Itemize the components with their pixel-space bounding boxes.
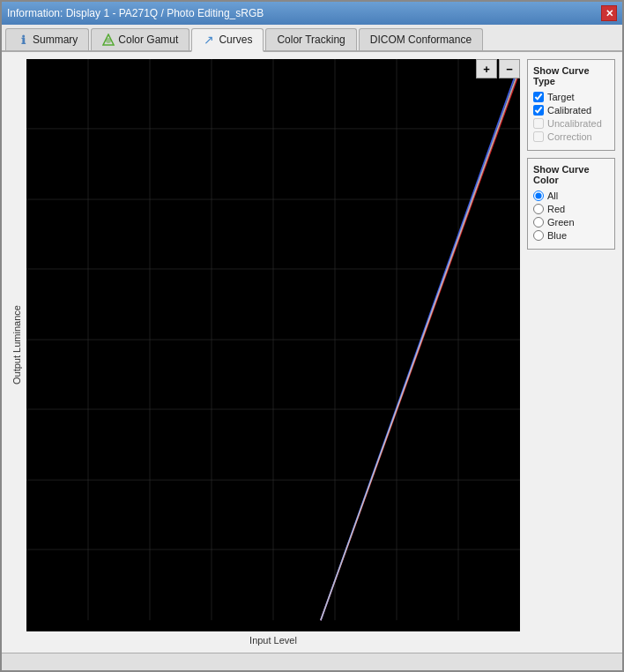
curve-type-correction-label: Correction (547, 131, 592, 142)
curve-color-blue-row: Blue (533, 230, 609, 241)
curve-type-title: Show Curve Type (533, 65, 609, 86)
curve-type-target-label: Target (547, 92, 575, 102)
tab-curves-label: Curves (219, 34, 252, 46)
sidebar: Show Curve Type Target Calibrated Uncali… (527, 59, 615, 646)
status-bar (2, 653, 622, 670)
curve-color-blue-label: Blue (547, 230, 567, 241)
curve-type-calibrated-row: Calibrated (533, 105, 609, 116)
svg-point-1 (106, 38, 111, 43)
curve-color-green-label: Green (547, 217, 575, 228)
chart-wrapper: Output Luminance (9, 59, 520, 631)
curve-type-correction-checkbox[interactable] (533, 131, 544, 142)
tab-curves[interactable]: ↗ Curves (191, 28, 264, 52)
chart-container: + − Output Luminance (9, 59, 520, 646)
tab-color-tracking[interactable]: Color Tracking (265, 28, 356, 50)
color-gamut-icon (102, 34, 115, 46)
tab-summary-label: Summary (33, 34, 78, 46)
main-window: Information: Display 1 - PA271Q / Photo … (0, 0, 624, 672)
curve-type-uncalibrated-checkbox[interactable] (533, 118, 544, 129)
window-title: Information: Display 1 - PA271Q / Photo … (7, 7, 264, 19)
tab-bar: ℹ Summary Color Gamut ↗ Curves Color Tra… (2, 25, 622, 52)
summary-icon: ℹ (17, 34, 29, 46)
curve-color-all-row: All (533, 190, 609, 201)
curve-color-green-radio[interactable] (533, 217, 544, 228)
zoom-in-button[interactable]: + (476, 59, 497, 78)
curve-type-target-checkbox[interactable] (533, 92, 544, 102)
tab-color-tracking-label: Color Tracking (277, 34, 345, 46)
curve-color-title: Show Curve Color (533, 164, 609, 185)
curves-icon: ↗ (203, 34, 215, 46)
svg-line-18 (321, 67, 520, 620)
curve-type-uncalibrated-label: Uncalibrated (547, 118, 602, 129)
curve-color-blue-radio[interactable] (533, 230, 544, 241)
chart-area (26, 59, 520, 631)
curve-type-section: Show Curve Type Target Calibrated Uncali… (527, 59, 615, 151)
y-axis-label: Output Luminance (9, 59, 25, 631)
curve-color-section: Show Curve Color All Red Green Blue (527, 158, 615, 250)
curve-type-calibrated-checkbox[interactable] (533, 105, 544, 116)
tab-color-gamut-label: Color Gamut (118, 34, 178, 46)
tab-color-gamut[interactable]: Color Gamut (91, 28, 189, 50)
tab-dicom[interactable]: DICOM Conformance (359, 28, 483, 50)
curve-type-calibrated-label: Calibrated (547, 105, 591, 116)
zoom-controls: + − (476, 59, 520, 78)
curve-type-target-row: Target (533, 92, 609, 102)
x-axis-label: Input Level (9, 635, 520, 646)
curve-color-red-radio[interactable] (533, 204, 544, 214)
tab-dicom-label: DICOM Conformance (370, 34, 472, 46)
content-area: + − Output Luminance (2, 52, 622, 653)
curve-color-green-row: Green (533, 217, 609, 228)
curve-type-uncalibrated-row: Uncalibrated (533, 118, 609, 129)
curve-color-red-row: Red (533, 204, 609, 214)
x-axis-label-text: Input Level (249, 635, 297, 646)
chart-svg (26, 59, 520, 631)
title-bar: Information: Display 1 - PA271Q / Photo … (2, 2, 622, 25)
curve-color-all-label: All (547, 190, 558, 201)
tab-summary[interactable]: ℹ Summary (5, 28, 89, 50)
curve-color-red-label: Red (547, 204, 565, 214)
zoom-out-button[interactable]: − (499, 59, 520, 78)
close-button[interactable]: ✕ (601, 5, 617, 21)
curve-type-correction-row: Correction (533, 131, 609, 142)
curve-color-all-radio[interactable] (533, 190, 544, 201)
